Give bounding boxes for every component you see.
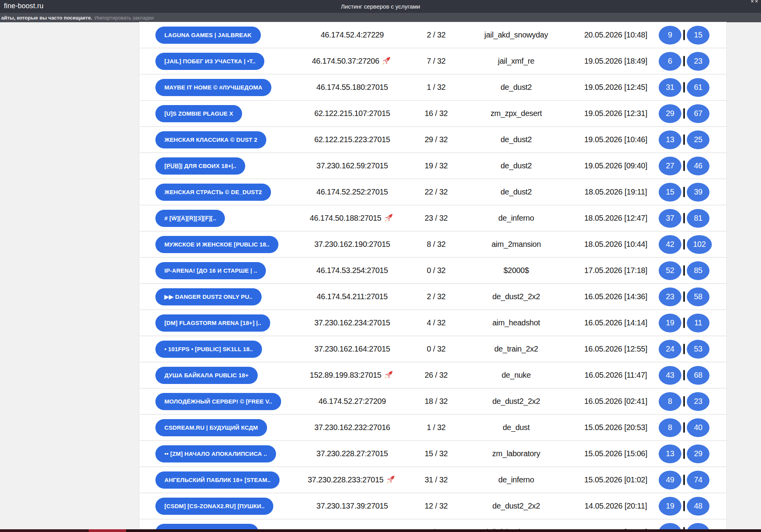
server-name-button[interactable]: # [W̅][A̅][R̅][З̅][F̅][.. xyxy=(155,210,225,227)
server-name-button[interactable]: LAGUNA GAMES | JAILBREAK xyxy=(155,27,261,44)
server-name-button[interactable]: [U]S ZOMBIE PLAGUE X xyxy=(155,105,242,122)
vote-badge-left: 13 xyxy=(659,130,681,149)
server-date-cell: 18.05.2026 [10:44] xyxy=(577,240,655,249)
server-name-button[interactable]: МУЖСКОЕ И ЖЕНСКОЕ [PUBLIC 18.. xyxy=(155,236,278,253)
vote-badge-right: 29 xyxy=(687,445,709,463)
vote-badge-right: 48 xyxy=(687,497,709,516)
vote-badge-right: 61 xyxy=(687,78,709,97)
map-name: de_inferno xyxy=(498,475,534,484)
server-players-cell: 1 / 32 xyxy=(417,83,456,92)
rocket-boost-icon xyxy=(381,55,392,66)
server-name-button[interactable]: [P̲̅U̲̅B̲̅]| ДЛЯ СВОИХ 18+|.. xyxy=(155,157,245,175)
map-name: zm_laboratory xyxy=(492,449,540,458)
server-date-cell: 19.05.2026 [12:31] xyxy=(577,109,655,118)
server-date-cell: 20.05.2026 [10:48] xyxy=(577,30,655,39)
server-map-cell: de_dust2_2x2 xyxy=(456,397,577,406)
server-name-button[interactable]: [CSDM] [CS-ZONAX2.RU] [ПУШКИ.. xyxy=(155,498,273,515)
server-name-button[interactable]: [DM] FLAGSTORM ARENA [18+] |.. xyxy=(155,314,270,332)
server-name-button[interactable]: •• [ZM] НАЧАЛО АПОКАЛИПСИСА .. xyxy=(155,445,276,462)
map-name: aim_2mansion xyxy=(492,240,541,249)
players-count: 0 / 32 xyxy=(427,345,446,353)
vote-badge-left: 23 xyxy=(659,287,681,306)
vote-badge-right: 53 xyxy=(687,340,709,359)
server-name-button[interactable]: • 101FPS • [PUBLIC] SK1LL 18.. xyxy=(155,341,262,358)
server-ip: 37.230.162.232:27016 xyxy=(314,423,390,432)
server-map-cell: aim_headshot xyxy=(456,318,577,327)
server-players-cell: 16 / 32 xyxy=(417,109,456,118)
table-row: CSDREAM.RU | БУДУЩИЙ КСДМ 37.230.162.232… xyxy=(139,414,726,440)
map-name: de_train_2x2 xyxy=(494,345,538,353)
vote-separator xyxy=(683,30,685,40)
players-count: 26 / 32 xyxy=(424,371,447,380)
vote-separator xyxy=(683,187,685,197)
server-map-cell: de_inferno xyxy=(456,475,577,484)
server-players-cell: 26 / 32 xyxy=(417,371,456,380)
server-ip: 37.230.162.190:27015 xyxy=(314,240,390,249)
vote-badge-left: 49 xyxy=(659,471,681,489)
vote-separator xyxy=(683,213,685,223)
map-name: zm_zpx_desert xyxy=(490,109,542,118)
page-title: Листинг серверов с услугами xyxy=(0,3,761,10)
server-votes-cell: 31 61 xyxy=(655,78,726,97)
server-votes-cell: 37 81 xyxy=(655,209,726,228)
server-date-cell: 15.05.2026 [15:06] xyxy=(577,449,655,458)
server-name-button[interactable]: [JAIL] ПОБЕГ ИЗ УЧАСТКА | •Т.. xyxy=(155,53,264,70)
server-name-button[interactable]: МОЛОДЁЖНЫЙ СЕРВЕР! © [FREE V.. xyxy=(155,393,281,410)
server-map-cell: de_dust2_2x2 xyxy=(456,292,577,301)
vote-badge-right: 39 xyxy=(687,183,709,202)
listing-date: 18.05.2026 [12:47] xyxy=(584,214,647,223)
vote-separator xyxy=(683,239,685,250)
server-ip-cell: 37.230.162.164:27015 xyxy=(288,345,417,353)
server-name-button[interactable]: IP-ARENA! [ДО 16 И СТАРШЕ | .. xyxy=(155,262,266,279)
import-bookmarks-link[interactable]: Импортировать закладки xyxy=(94,15,154,21)
server-votes-cell: 19 11 xyxy=(655,314,726,332)
server-votes-cell: 8 40 xyxy=(655,418,726,437)
rocket-boost-icon xyxy=(383,369,395,380)
listing-date: 20.05.2026 [10:48] xyxy=(584,30,647,39)
server-players-cell: 2 / 32 xyxy=(417,30,456,39)
server-name-cell: MAYBE IT HOME © #ЛУЧШЕДОМА xyxy=(139,79,288,96)
server-date-cell: 16.05.2026 [14:36] xyxy=(577,292,655,301)
server-date-cell: 19.05.2026 [09:40] xyxy=(577,161,655,170)
server-ip: 46.174.50.37:27206 xyxy=(312,57,380,66)
server-name-button[interactable]: ЖЕНСКАЯ СТРАСТЬ © DE_DUST2 xyxy=(155,184,271,201)
players-count: 1 / 32 xyxy=(427,83,446,92)
server-name-button[interactable]: CSDREAM.RU | БУДУЩИЙ КСДМ xyxy=(155,419,267,436)
rocket-boost-icon xyxy=(383,212,395,223)
server-date-cell: 18.05.2026 [19:11] xyxy=(577,187,655,196)
players-count: 15 / 32 xyxy=(424,449,447,458)
table-row: ▶▶ DANGER DUST2 ONLY PU.. 46.174.54.211:… xyxy=(139,283,726,309)
table-row: • 101FPS • [PUBLIC] SK1LL 18.. 37.230.16… xyxy=(139,336,726,362)
server-name-cell: ▶▶ DANGER DUST2 ONLY PU.. xyxy=(139,288,288,305)
vote-separator xyxy=(683,370,685,380)
server-date-cell: 16.05.2026 [11:47] xyxy=(577,371,655,380)
vote-badge-right: 68 xyxy=(687,366,709,385)
listing-date: 19.05.2026 [12:45] xyxy=(584,83,647,92)
server-name-cell: IP-ARENA! [ДО 16 И СТАРШЕ | .. xyxy=(139,262,288,279)
vote-separator xyxy=(683,108,685,119)
server-name-button[interactable]: АНГЕЛЬСКИЙ ПАБЛИК 18+ [STEAM.. xyxy=(155,471,280,489)
table-row: МОЛОДЁЖНЫЙ СЕРВЕР! © [FREE V.. 46.174.52… xyxy=(139,388,726,414)
server-map-cell: de_dust2 xyxy=(456,135,577,144)
vote-badge-right: 74 xyxy=(687,471,709,489)
server-name-button[interactable]: MAYBE IT HOME © #ЛУЧШЕДОМА xyxy=(155,79,271,96)
server-votes-cell: 42 102 xyxy=(655,235,726,254)
vote-separator xyxy=(683,56,685,66)
vote-badge-left: 27 xyxy=(659,157,681,175)
server-name-button[interactable]: ДУША БАЙКАЛА PUBLIC 18+ xyxy=(155,367,258,384)
server-votes-cell: 8 23 xyxy=(655,392,726,411)
server-name-button[interactable]: ЖЕНСКАЯ КЛАССИКА © DUST 2 xyxy=(155,131,266,148)
table-row: [P̲̅U̲̅B̲̅]| ДЛЯ СВОИХ 18+|.. 37.230.162… xyxy=(139,152,726,179)
server-map-cell: jail_xmf_re xyxy=(456,57,577,66)
table-row: •• [ZM] НАЧАЛО АПОКАЛИПСИСА .. 37.230.22… xyxy=(139,440,726,466)
vote-badge-left: 19 xyxy=(659,314,681,332)
map-name: de_inferno xyxy=(498,214,534,223)
server-ip-cell: 37.230.137.39:27015 xyxy=(288,502,417,511)
vote-badge-left: 31 xyxy=(659,78,681,97)
players-count: 16 / 32 xyxy=(424,109,447,118)
table-row: [JAIL] ПОБЕГ ИЗ УЧАСТКА | •Т.. 46.174.50… xyxy=(139,48,726,74)
server-ip: 46.174.52.27:27209 xyxy=(319,397,386,406)
vote-badge-right: 23 xyxy=(687,392,709,411)
server-ip-cell: 46.174.52.4:27229 xyxy=(288,30,417,39)
server-name-button[interactable]: ▶▶ DANGER DUST2 ONLY PU.. xyxy=(155,288,262,305)
